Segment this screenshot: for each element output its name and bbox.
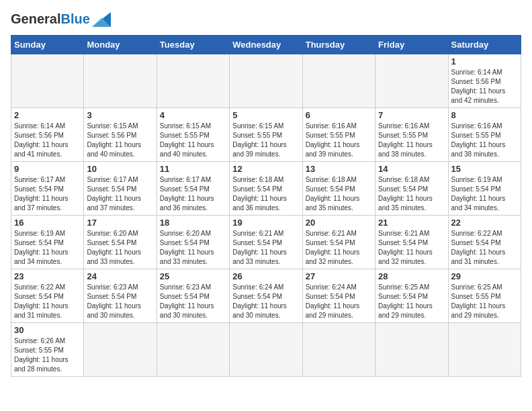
day-info: Sunrise: 6:19 AM Sunset: 5:54 PM Dayligh…	[14, 229, 81, 267]
weekday-header-monday: Monday	[84, 36, 157, 54]
calendar-cell: 3Sunrise: 6:15 AM Sunset: 5:56 PM Daylig…	[84, 108, 157, 162]
weekday-header-thursday: Thursday	[302, 36, 375, 54]
weekday-header-row: SundayMondayTuesdayWednesdayThursdayFrid…	[11, 36, 521, 54]
calendar-cell: 25Sunrise: 6:23 AM Sunset: 5:54 PM Dayli…	[157, 269, 229, 323]
calendar-cell: 6Sunrise: 6:16 AM Sunset: 5:55 PM Daylig…	[302, 108, 375, 162]
week-row-2: 9Sunrise: 6:17 AM Sunset: 5:54 PM Daylig…	[11, 162, 521, 216]
day-number: 25	[160, 271, 226, 281]
day-number: 3	[87, 110, 153, 120]
day-info: Sunrise: 6:21 AM Sunset: 5:54 PM Dayligh…	[232, 229, 299, 267]
day-info: Sunrise: 6:17 AM Sunset: 5:54 PM Dayligh…	[87, 175, 153, 213]
day-number: 6	[306, 110, 372, 120]
week-row-4: 23Sunrise: 6:22 AM Sunset: 5:54 PM Dayli…	[11, 269, 521, 323]
weekday-header-friday: Friday	[375, 36, 448, 54]
week-row-0: 1Sunrise: 6:14 AM Sunset: 5:56 PM Daylig…	[11, 54, 521, 108]
day-info: Sunrise: 6:23 AM Sunset: 5:54 PM Dayligh…	[160, 283, 226, 320]
day-info: Sunrise: 6:24 AM Sunset: 5:54 PM Dayligh…	[232, 283, 299, 320]
logo-general-text: General	[11, 11, 60, 27]
day-number: 18	[160, 218, 226, 228]
weekday-header-wednesday: Wednesday	[230, 36, 302, 54]
day-number: 30	[14, 325, 81, 335]
day-info: Sunrise: 6:15 AM Sunset: 5:56 PM Dayligh…	[87, 122, 153, 159]
calendar-cell: 9Sunrise: 6:17 AM Sunset: 5:54 PM Daylig…	[11, 162, 84, 216]
day-number: 12	[232, 164, 299, 174]
calendar-cell	[448, 323, 521, 377]
day-number: 13	[306, 164, 372, 174]
day-number: 5	[232, 110, 299, 120]
calendar-cell: 27Sunrise: 6:24 AM Sunset: 5:54 PM Dayli…	[302, 269, 375, 323]
calendar-table: SundayMondayTuesdayWednesdayThursdayFrid…	[11, 35, 521, 377]
day-number: 19	[232, 218, 299, 228]
calendar-cell: 15Sunrise: 6:19 AM Sunset: 5:54 PM Dayli…	[448, 162, 521, 216]
day-info: Sunrise: 6:22 AM Sunset: 5:54 PM Dayligh…	[14, 283, 81, 320]
header: General Blue	[11, 11, 521, 27]
day-info: Sunrise: 6:15 AM Sunset: 5:55 PM Dayligh…	[232, 122, 299, 159]
calendar-cell: 30Sunrise: 6:26 AM Sunset: 5:55 PM Dayli…	[11, 323, 84, 377]
week-row-5: 30Sunrise: 6:26 AM Sunset: 5:55 PM Dayli…	[11, 323, 521, 377]
day-number: 26	[232, 271, 299, 281]
day-info: Sunrise: 6:23 AM Sunset: 5:54 PM Dayligh…	[87, 283, 153, 320]
day-info: Sunrise: 6:25 AM Sunset: 5:55 PM Dayligh…	[451, 283, 518, 320]
page-container: General Blue SundayMondayTuesdayWednesda…	[11, 11, 521, 377]
logo-blue-text: Blue	[60, 11, 89, 27]
day-number: 24	[87, 271, 153, 281]
day-info: Sunrise: 6:18 AM Sunset: 5:54 PM Dayligh…	[378, 175, 445, 213]
day-info: Sunrise: 6:16 AM Sunset: 5:55 PM Dayligh…	[306, 122, 372, 159]
calendar-cell	[375, 54, 448, 108]
calendar-cell	[84, 323, 157, 377]
calendar-cell	[11, 54, 84, 108]
calendar-cell: 18Sunrise: 6:20 AM Sunset: 5:54 PM Dayli…	[157, 216, 229, 269]
day-info: Sunrise: 6:19 AM Sunset: 5:54 PM Dayligh…	[451, 175, 518, 213]
day-number: 11	[160, 164, 226, 174]
day-number: 8	[451, 110, 518, 120]
day-number: 7	[378, 110, 445, 120]
calendar-cell: 5Sunrise: 6:15 AM Sunset: 5:55 PM Daylig…	[230, 108, 302, 162]
calendar-cell: 14Sunrise: 6:18 AM Sunset: 5:54 PM Dayli…	[375, 162, 448, 216]
day-number: 29	[451, 271, 518, 281]
day-info: Sunrise: 6:16 AM Sunset: 5:55 PM Dayligh…	[451, 122, 518, 159]
calendar-cell: 12Sunrise: 6:18 AM Sunset: 5:54 PM Dayli…	[230, 162, 302, 216]
calendar-cell: 16Sunrise: 6:19 AM Sunset: 5:54 PM Dayli…	[11, 216, 84, 269]
calendar-cell: 4Sunrise: 6:15 AM Sunset: 5:55 PM Daylig…	[157, 108, 229, 162]
weekday-header-sunday: Sunday	[11, 36, 84, 54]
day-number: 1	[451, 56, 518, 66]
day-number: 2	[14, 110, 81, 120]
day-number: 27	[306, 271, 372, 281]
calendar-cell	[157, 323, 229, 377]
calendar-cell	[157, 54, 229, 108]
day-info: Sunrise: 6:24 AM Sunset: 5:54 PM Dayligh…	[306, 283, 372, 320]
calendar-cell: 13Sunrise: 6:18 AM Sunset: 5:54 PM Dayli…	[302, 162, 375, 216]
calendar-cell: 23Sunrise: 6:22 AM Sunset: 5:54 PM Dayli…	[11, 269, 84, 323]
day-number: 22	[451, 218, 518, 228]
day-info: Sunrise: 6:20 AM Sunset: 5:54 PM Dayligh…	[87, 229, 153, 267]
calendar-cell: 24Sunrise: 6:23 AM Sunset: 5:54 PM Dayli…	[84, 269, 157, 323]
logo-icon	[92, 12, 111, 27]
calendar-cell: 7Sunrise: 6:16 AM Sunset: 5:55 PM Daylig…	[375, 108, 448, 162]
day-number: 15	[451, 164, 518, 174]
calendar-cell: 19Sunrise: 6:21 AM Sunset: 5:54 PM Dayli…	[230, 216, 302, 269]
calendar-cell: 1Sunrise: 6:14 AM Sunset: 5:56 PM Daylig…	[448, 54, 521, 108]
calendar-cell: 29Sunrise: 6:25 AM Sunset: 5:55 PM Dayli…	[448, 269, 521, 323]
calendar-cell	[375, 323, 448, 377]
day-info: Sunrise: 6:14 AM Sunset: 5:56 PM Dayligh…	[14, 122, 81, 159]
day-number: 14	[378, 164, 445, 174]
calendar-cell: 10Sunrise: 6:17 AM Sunset: 5:54 PM Dayli…	[84, 162, 157, 216]
day-number: 17	[87, 218, 153, 228]
calendar-cell: 20Sunrise: 6:21 AM Sunset: 5:54 PM Dayli…	[302, 216, 375, 269]
day-number: 28	[378, 271, 445, 281]
day-info: Sunrise: 6:21 AM Sunset: 5:54 PM Dayligh…	[378, 229, 445, 267]
day-info: Sunrise: 6:14 AM Sunset: 5:56 PM Dayligh…	[451, 68, 518, 105]
calendar-cell: 11Sunrise: 6:17 AM Sunset: 5:54 PM Dayli…	[157, 162, 229, 216]
day-number: 20	[306, 218, 372, 228]
calendar-cell	[230, 54, 302, 108]
day-info: Sunrise: 6:25 AM Sunset: 5:54 PM Dayligh…	[378, 283, 445, 320]
day-info: Sunrise: 6:20 AM Sunset: 5:54 PM Dayligh…	[160, 229, 226, 267]
calendar-cell: 26Sunrise: 6:24 AM Sunset: 5:54 PM Dayli…	[230, 269, 302, 323]
logo: General Blue	[11, 11, 111, 27]
day-info: Sunrise: 6:16 AM Sunset: 5:55 PM Dayligh…	[378, 122, 445, 159]
calendar-cell: 17Sunrise: 6:20 AM Sunset: 5:54 PM Dayli…	[84, 216, 157, 269]
day-number: 16	[14, 218, 81, 228]
day-number: 9	[14, 164, 81, 174]
calendar-cell	[302, 54, 375, 108]
calendar-cell	[84, 54, 157, 108]
